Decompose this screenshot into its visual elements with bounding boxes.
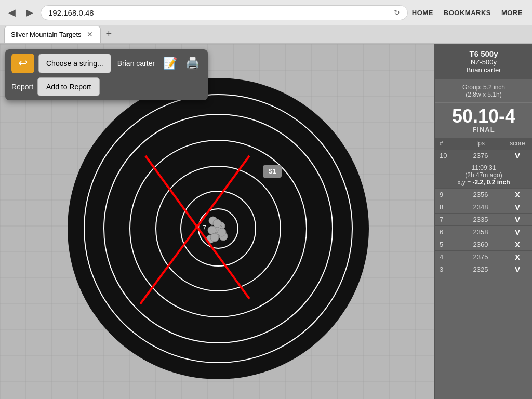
shot-num: 7 (440, 216, 454, 223)
shot-score: V (507, 228, 528, 236)
shot-num: 8 (440, 203, 454, 211)
svg-text:S1: S1 (269, 168, 276, 175)
svg-text:7: 7 (202, 224, 206, 232)
shot-num: 4 (440, 253, 454, 261)
shot-num: 3 (440, 265, 454, 273)
add-to-report-button[interactable]: Add to Report (37, 77, 100, 96)
right-panel: T6 500y NZ-500y Brian carter Group: 5.2 … (434, 44, 532, 399)
shot-score: X (507, 190, 528, 199)
address-text: 192.168.0.48 (48, 8, 391, 17)
big-score: 50.10-4 (440, 107, 528, 126)
back-toolbar-button[interactable]: ↩ (11, 54, 34, 73)
col-fps: fps (454, 140, 507, 147)
shot-fps: 2335 (454, 216, 507, 223)
shot-score: X (507, 252, 528, 261)
shot-fps: 2325 (454, 265, 507, 273)
address-bar: 192.168.0.48 ↻ (41, 5, 408, 20)
shooter-name: Brian carter (441, 66, 527, 74)
svg-point-49 (218, 228, 226, 236)
shot-fps: 2356 (454, 191, 507, 198)
shot-row[interactable]: 9 2356 X (435, 188, 532, 201)
shot-row[interactable]: 6 2358 V (435, 225, 532, 238)
print-icon: 🖨️ (185, 57, 200, 70)
shot-row[interactable]: 3 2325 V (435, 263, 532, 275)
shot-ago: (2h 47m ago) (440, 171, 528, 179)
svg-point-50 (210, 233, 219, 242)
svg-point-47 (213, 219, 221, 228)
shot-time: 11:09:31 (440, 164, 528, 171)
shot-xy: x,y = -2.2, 0.2 inch (440, 179, 528, 186)
new-tab-button[interactable]: + (103, 27, 115, 41)
shot-fps-10: 2376 (454, 152, 507, 159)
forward-button[interactable]: ▶ (23, 5, 36, 20)
group-info: Group: 5.2 inch (2.8w x 5.1h) (435, 79, 532, 102)
shot-row[interactable]: 5 2360 X (435, 238, 532, 250)
shot-score: V (507, 265, 528, 274)
shot-num-10: 10 (440, 152, 454, 159)
edit-button[interactable]: 📝 (161, 56, 179, 71)
more-nav[interactable]: MORE (501, 9, 523, 17)
shot-fps: 2358 (454, 228, 507, 236)
choose-string-button[interactable]: Choose a string... (38, 54, 111, 73)
home-nav[interactable]: HOME (412, 9, 433, 17)
back-icon: ↩ (18, 57, 28, 70)
browser-tab[interactable]: Silver Mountain Targets ✕ (4, 26, 101, 43)
shot-row[interactable]: 7 2335 V (435, 213, 532, 225)
shot-score: X (507, 240, 528, 249)
shot-fps: 2375 (454, 253, 507, 261)
group-dims: (2.8w x 5.1h) (440, 91, 528, 98)
shot-rows-container: 9 2356 X 8 2348 V 7 2335 V 6 2358 V 5 23… (435, 188, 532, 275)
shot-row[interactable]: 4 2375 X (435, 250, 532, 263)
session-title: T6 500y (441, 49, 527, 58)
col-num: # (440, 140, 454, 147)
tab-title: Silver Mountain Targets (11, 31, 82, 38)
bookmarks-nav[interactable]: BOOKMARKS (444, 9, 491, 17)
toolbar-popup: ↩ Choose a string... Brian carter 📝 🖨️ R… (5, 49, 208, 100)
shot-row-highlight[interactable]: 10 2376 V (435, 149, 532, 162)
print-button[interactable]: 🖨️ (183, 56, 202, 71)
session-sub: NZ-500y (441, 58, 527, 66)
table-header: # fps score (435, 138, 532, 149)
shot-score: V (507, 203, 528, 211)
shot-detail-10: 11:09:31 (2h 47m ago) x,y = -2.2, 0.2 in… (435, 162, 532, 188)
tab-close-button[interactable]: ✕ (86, 30, 94, 38)
shot-num: 6 (440, 228, 454, 236)
shot-fps: 2348 (454, 203, 507, 211)
user-label: Brian carter (115, 59, 157, 68)
shot-row[interactable]: 8 2348 V (435, 201, 532, 213)
shot-score: V (507, 215, 528, 224)
shot-score-10: V (507, 151, 528, 160)
final-label: FINAL (440, 126, 528, 134)
reload-button[interactable]: ↻ (394, 8, 400, 17)
shot-num: 9 (440, 191, 454, 198)
col-score: score (507, 140, 528, 147)
back-button[interactable]: ◀ (5, 5, 19, 20)
target-area: 10 7 S1 ↩ Choo (0, 44, 434, 399)
report-label: Report (11, 83, 33, 91)
edit-icon: 📝 (163, 57, 177, 70)
score-section: 50.10-4 FINAL (435, 102, 532, 138)
shot-fps: 2360 (454, 241, 507, 248)
shot-num: 5 (440, 241, 454, 248)
panel-header: T6 500y NZ-500y Brian carter (435, 44, 532, 79)
group-size: Group: 5.2 inch (440, 84, 528, 91)
